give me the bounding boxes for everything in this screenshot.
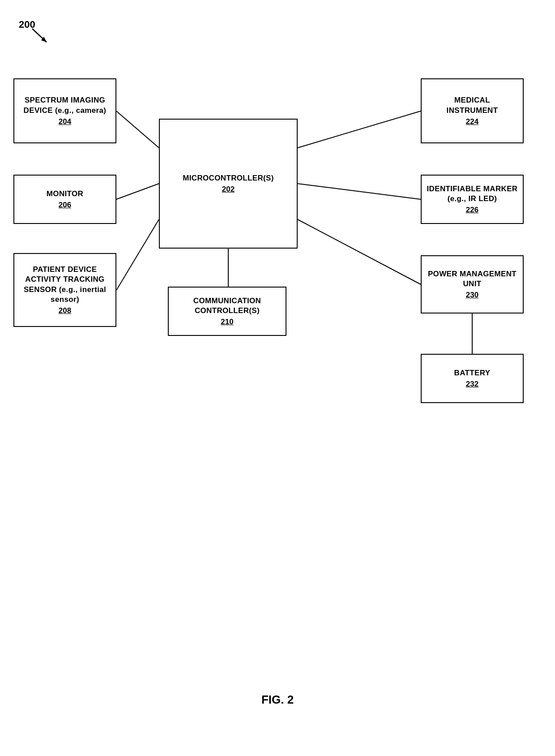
communication-number: 210 [221,318,233,326]
diagram-container: 200 SPECTRUM IMAGING DEVICE (e.g., camer… [0,0,555,756]
power-management-label: POWER MANAGEMENT UNIT [428,269,517,289]
identifiable-marker-label: IDENTIFIABLE MARKER (e.g., IR LED) [427,184,518,204]
monitor-number: 206 [59,201,71,210]
patient-device-number: 208 [59,306,71,315]
identifiable-marker-box: IDENTIFIABLE MARKER (e.g., IR LED) 226 [421,175,524,224]
microcontroller-label: MICROCONTROLLER(S) [183,173,274,183]
svg-line-3 [116,111,159,148]
monitor-box: MONITOR 206 [13,175,116,224]
medical-instrument-label: MEDICAL INSTRUMENT [447,95,498,115]
battery-box: BATTERY 232 [421,354,524,403]
svg-line-5 [116,219,159,290]
medical-instrument-box: MEDICAL INSTRUMENT 224 [421,78,524,143]
svg-line-7 [298,184,421,199]
communication-box: COMMUNICATION CONTROLLER(S) 210 [168,287,286,336]
power-management-box: POWER MANAGEMENT UNIT 230 [421,255,524,314]
patient-device-box: PATIENT DEVICE ACTIVITY TRACKING SENSOR … [13,253,116,327]
medical-instrument-number: 224 [466,117,478,126]
spectrum-imaging-number: 204 [59,117,71,126]
svg-text:200: 200 [19,19,35,30]
battery-number: 232 [466,380,478,389]
microcontroller-number: 202 [222,185,235,194]
battery-label: BATTERY [454,368,491,378]
figure-label: FIG. 2 [0,693,555,707]
diagram-reference: 200 [19,19,55,47]
spectrum-imaging-label: SPECTRUM IMAGING DEVICE (e.g., camera) [24,95,107,115]
monitor-label: MONITOR [47,189,83,199]
communication-label: COMMUNICATION CONTROLLER(S) [193,296,261,316]
patient-device-label: PATIENT DEVICE ACTIVITY TRACKING SENSOR … [24,265,106,304]
svg-line-8 [298,219,421,284]
identifiable-marker-number: 226 [466,206,478,215]
power-management-number: 230 [466,291,478,300]
svg-line-6 [298,111,421,148]
microcontroller-box: MICROCONTROLLER(S) 202 [159,119,298,249]
svg-line-4 [116,184,159,199]
spectrum-imaging-box: SPECTRUM IMAGING DEVICE (e.g., camera) 2… [13,78,116,143]
